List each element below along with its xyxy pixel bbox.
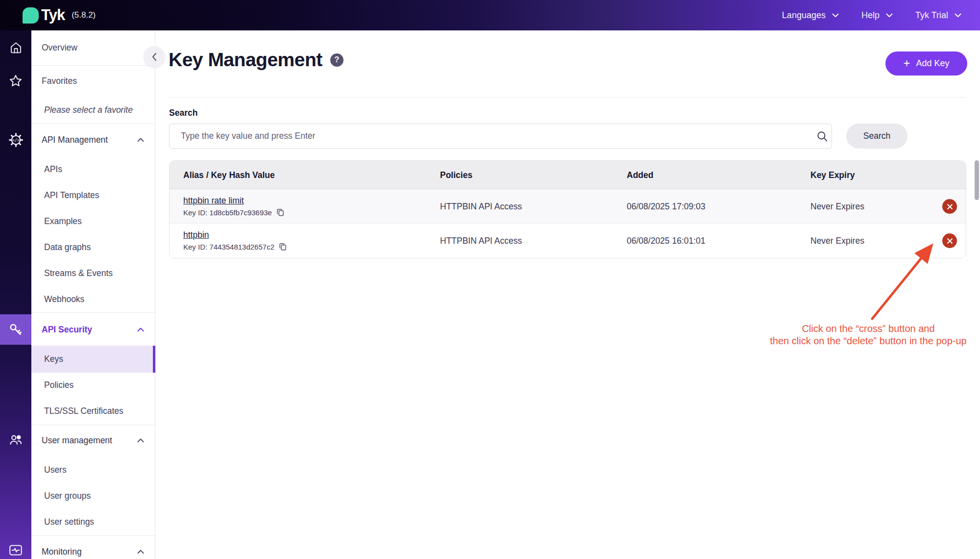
annotation-text: Click on the “cross” button and then cli… — [758, 323, 979, 347]
chevron-up-icon — [137, 328, 144, 332]
users-icon[interactable] — [0, 430, 31, 450]
chevron-up-icon — [137, 138, 144, 142]
chevron-down-icon — [886, 13, 893, 18]
keys-table: Alias / Key Hash Value Policies Added Ke… — [169, 160, 966, 258]
delete-key-button[interactable] — [942, 233, 957, 248]
sidebar-item-policies[interactable]: Policies — [31, 376, 155, 394]
gear-code-icon[interactable]: </> — [0, 130, 31, 150]
chevron-down-icon — [955, 13, 961, 18]
sidebar-item-api-templates[interactable]: API Templates — [31, 186, 155, 204]
help-menu[interactable]: Help — [861, 10, 893, 21]
cross-icon — [947, 203, 953, 210]
header-alias: Alias / Key Hash Value — [183, 161, 275, 189]
key-added: 06/08/2025 17:09:03 — [627, 189, 706, 224]
table-row: httpbin rate limit Key ID: 1d8cb5fb7c936… — [170, 189, 966, 224]
version-label: (5.8.2) — [72, 10, 96, 20]
sidebar-section-api-security[interactable]: API Security — [31, 321, 155, 338]
topbar-nav: Languages Help Tyk Trial — [782, 10, 961, 21]
divider — [31, 124, 155, 124]
sidebar-item-examples[interactable]: Examples — [31, 212, 155, 230]
divider — [31, 65, 155, 66]
key-expiry: Never Expires — [810, 189, 864, 224]
key-icon[interactable] — [0, 320, 31, 339]
sidebar: Overview Favorites Please select a favor… — [31, 30, 155, 559]
main-content: Key Management ? + Add Key Search Search… — [155, 30, 980, 559]
sidebar-item-data-graphs[interactable]: Data graphs — [31, 238, 155, 256]
sidebar-section-monitoring[interactable]: Monitoring — [31, 543, 155, 559]
favorites-placeholder: Please select a favorite — [31, 101, 155, 119]
key-alias-link[interactable]: httpbin — [183, 230, 209, 240]
chevron-up-icon — [137, 438, 144, 443]
divider — [169, 97, 966, 98]
chevron-down-icon — [832, 13, 839, 18]
copy-icon[interactable] — [276, 208, 285, 217]
key-added: 06/08/2025 16:01:01 — [627, 224, 706, 258]
tyk-logo[interactable]: Tyk (5.8.2) — [23, 6, 96, 24]
page-title: Key Management — [169, 49, 322, 71]
key-expiry: Never Expires — [810, 224, 864, 258]
magnifier-icon[interactable] — [816, 130, 829, 143]
help-icon[interactable]: ? — [330, 53, 343, 67]
sidebar-item-keys-active[interactable]: Keys — [31, 346, 155, 373]
sidebar-item-overview[interactable]: Overview — [31, 39, 155, 56]
languages-menu[interactable]: Languages — [782, 10, 839, 21]
star-icon[interactable] — [0, 71, 31, 91]
divider — [31, 312, 155, 313]
key-alias-link[interactable]: httpbin rate limit — [183, 196, 244, 206]
svg-text:</>: </> — [12, 137, 19, 142]
brand-name: Tyk — [41, 6, 65, 24]
chevron-left-icon — [151, 52, 157, 61]
key-policy: HTTPBIN API Access — [440, 224, 522, 258]
cross-icon — [947, 238, 953, 244]
chevron-up-icon — [137, 550, 144, 554]
add-key-button[interactable]: + Add Key — [885, 51, 967, 76]
delete-key-button[interactable] — [942, 199, 957, 214]
sidebar-item-tls-ssl-certificates[interactable]: TLS/SSL Certificates — [31, 402, 155, 420]
sidebar-section-user-management[interactable]: User management — [31, 432, 155, 449]
divider — [31, 535, 155, 536]
header-policies: Policies — [440, 161, 472, 189]
key-id: Key ID: 1d8cb5fb7c93693e — [183, 208, 285, 217]
table-header-row: Alias / Key Hash Value Policies Added Ke… — [170, 161, 966, 189]
sidebar-item-user-settings[interactable]: User settings — [31, 513, 155, 531]
key-id: Key ID: 744354813d2657c2 — [183, 242, 288, 252]
copy-icon[interactable] — [278, 242, 288, 252]
sidebar-item-apis[interactable]: APIs — [31, 160, 155, 178]
home-icon[interactable] — [0, 38, 31, 57]
sidebar-item-users[interactable]: Users — [31, 461, 155, 479]
search-label: Search — [169, 108, 197, 118]
account-menu[interactable]: Tyk Trial — [915, 10, 961, 21]
search-input[interactable] — [169, 124, 832, 149]
header-key-expiry: Key Expiry — [810, 161, 855, 189]
header-added: Added — [627, 161, 653, 189]
table-row: httpbin Key ID: 744354813d2657c2 HTTPBIN… — [170, 224, 966, 258]
search-button[interactable]: Search — [846, 124, 907, 149]
sidebar-item-streams-events[interactable]: Streams & Events — [31, 264, 155, 282]
annotation-arrow — [155, 30, 980, 559]
sidebar-item-favorites[interactable]: Favorites — [31, 72, 155, 90]
sidebar-item-webhooks[interactable]: Webhooks — [31, 290, 155, 308]
icon-rail: </> — [0, 30, 31, 559]
plus-icon: + — [903, 57, 910, 69]
tyk-leaf-icon — [23, 7, 39, 24]
sidebar-collapse-button[interactable] — [144, 46, 165, 68]
sidebar-item-user-groups[interactable]: User groups — [31, 487, 155, 505]
key-policy: HTTPBIN API Access — [440, 189, 522, 224]
scrollbar-thumb[interactable] — [975, 160, 979, 200]
monitoring-icon[interactable] — [0, 540, 31, 559]
topbar: Tyk (5.8.2) Languages Help Tyk Trial — [0, 0, 980, 30]
sidebar-section-api-management[interactable]: API Management — [31, 131, 155, 149]
divider — [31, 425, 155, 425]
